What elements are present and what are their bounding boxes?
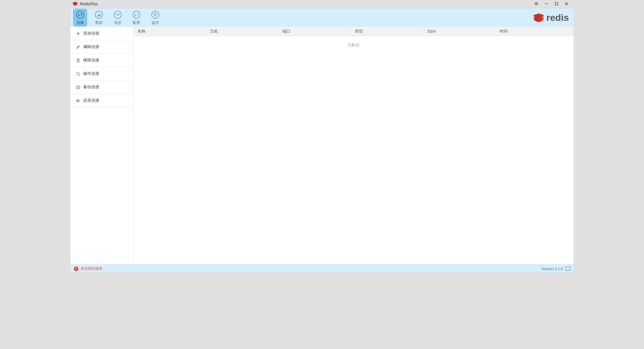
tools-icon [76,71,80,76]
toolbar-label: 信息 [114,20,121,25]
pencil-icon [76,45,80,49]
toolbar-items: 连接 数据 [73,9,162,27]
maximize-icon [554,2,558,7]
status-text: 未连接到服务 [80,266,103,271]
svg-rect-30 [77,59,79,62]
sidebar-item-edit[interactable]: 编辑连接 [70,40,133,54]
toolbar: 连接 数据 [70,8,574,27]
app-window: RedisPlus [70,0,574,272]
status-right: Version 3.1.0 [541,267,570,271]
sidebar-item-label: 移除连接 [83,57,99,63]
error-icon: ! [74,266,78,271]
svg-rect-13 [97,15,98,16]
table-body: 无数据 [133,36,574,264]
toolbar-label: 数据 [95,20,103,25]
toolbar-item-connect[interactable]: 连接 [73,9,87,27]
close-icon [565,2,569,7]
app-title: RedisPlus [80,2,98,6]
config-icon [132,10,141,19]
table-column-port[interactable]: 端口 [278,27,351,36]
minimize-icon [544,2,548,7]
body: 添加连接 编辑连接 移除连接 [70,27,574,264]
sidebar: 添加连接 编辑连接 移除连接 [70,27,133,264]
svg-point-18 [152,11,159,18]
maximize-button[interactable] [551,0,561,8]
info-icon [113,10,122,19]
toolbar-item-monitor[interactable]: 监控 [148,9,162,27]
table-column-time[interactable]: 时间 [496,27,574,36]
sidebar-item-add[interactable]: 添加连接 [70,27,133,40]
minimize-button[interactable] [541,0,551,8]
data-icon [94,10,104,19]
sidebar-item-label: 备份连接 [83,84,99,90]
svg-point-34 [79,74,80,76]
toolbar-label: 监控 [152,20,159,25]
table-column-name[interactable]: 名称 [133,27,206,36]
svg-point-16 [114,11,121,18]
redis-brand: redis [533,12,569,23]
connect-icon [75,10,85,19]
redis-brand-text: redis [546,12,569,23]
fullscreen-icon[interactable] [566,267,570,271]
close-button[interactable] [561,0,572,8]
menu-button[interactable] [531,0,541,8]
app-logo-icon [72,1,78,7]
toolbar-label: 连接 [76,20,84,25]
status-left: ! 未连接到服务 [74,266,103,271]
cloud-download-icon [76,98,80,103]
status-bar: ! 未连接到服务 Version 3.1.0 [70,264,574,272]
trash-icon [76,58,80,63]
svg-rect-8 [555,2,558,5]
sidebar-item-label: 编辑连接 [83,44,99,50]
title-right [531,0,572,8]
main: 名称 主机 端口 类型 SSH 时间 无数据 [133,27,574,264]
sidebar-item-restore[interactable]: 还原连接 [70,94,133,107]
svg-rect-14 [99,14,100,16]
svg-point-19 [154,13,157,15]
sidebar-item-remove[interactable]: 移除连接 [70,54,133,67]
sidebar-item-label: 操作连接 [83,71,99,77]
sidebar-item-operate[interactable]: 操作连接 [70,67,133,81]
hamburger-icon [534,2,538,7]
version-text: Version 3.1.0 [541,267,563,271]
title-bar: RedisPlus [70,0,574,8]
toolbar-item-config[interactable]: 配置 [129,9,144,27]
toolbar-item-data[interactable]: 数据 [92,9,106,27]
sidebar-item-label: 添加连接 [83,31,99,36]
monitor-icon [151,10,160,19]
clock-icon [76,85,80,90]
empty-placeholder: 无数据 [347,42,360,264]
toolbar-right: redis [533,12,571,23]
sidebar-item-label: 还原连接 [83,98,99,103]
sidebar-item-backup[interactable]: 备份连接 [70,81,133,94]
svg-rect-15 [100,14,101,16]
plus-icon [76,31,80,36]
redis-cube-icon [533,13,544,23]
svg-point-11 [76,11,84,18]
title-left: RedisPlus [72,1,98,7]
table-column-host[interactable]: 主机 [206,27,278,36]
table-header: 名称 主机 端口 类型 SSH 时间 [133,27,574,36]
toolbar-item-info[interactable]: 信息 [111,9,125,27]
table-column-ssh[interactable]: SSH [423,27,496,36]
toolbar-label: 配置 [133,20,140,25]
svg-point-33 [76,72,77,73]
svg-point-17 [133,11,140,18]
table-column-type[interactable]: 类型 [351,27,423,36]
